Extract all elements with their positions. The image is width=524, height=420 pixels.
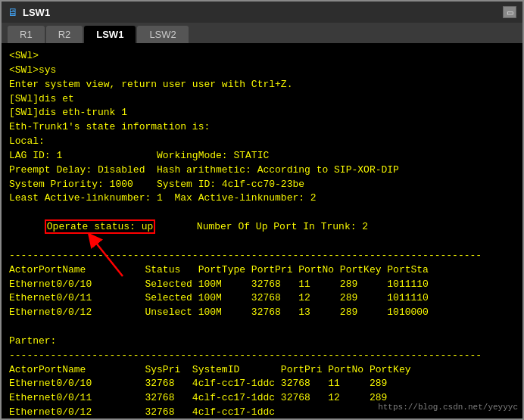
terminal-operate-status-line: Operate status: up Number Of Up Port In …	[9, 206, 515, 249]
tab-lsw1[interactable]: LSW1	[84, 26, 136, 43]
terminal-blank-1	[9, 320, 515, 334]
terminal-dashes-2: ----------------------------------------…	[9, 349, 515, 363]
tab-lsw2[interactable]: LSW2	[137, 26, 188, 43]
terminal-area[interactable]: <SWl> <SWl>sys Enter system view, return…	[2, 43, 522, 418]
terminal-line-11: Least Active-linknumber: 1 Max Active-li…	[9, 191, 515, 206]
main-window: 🖥 LSW1 ▭ R1 R2 LSW1 LSW2 <SWl> <SWl>sys …	[0, 0, 524, 420]
terminal-line-4: [SWl]dis et	[9, 92, 515, 107]
terminal-line-5: [SWl]dis eth-trunk 1	[9, 106, 515, 120]
watermark: https://blog.csdn.net/yeyyyc	[378, 402, 518, 414]
terminal-line-8: LAG ID: 1 WorkingMode: STATIC	[9, 149, 515, 163]
terminal-line-1: <SWl>	[9, 49, 515, 64]
tab-r1[interactable]: R1	[8, 26, 45, 43]
window-title: LSW1	[23, 7, 50, 18]
terminal-eth12-local: Ethernet0/0/12 Unselect 100M 32768 13 28…	[9, 306, 515, 320]
restore-button[interactable]: ▭	[503, 6, 516, 18]
title-bar: 🖥 LSW1 ▭	[2, 2, 522, 23]
terminal-eth11-local: Ethernet0/0/11 Selected 100M 32768 12 28…	[9, 291, 515, 306]
terminal-eth10-partner: Ethernet0/0/10 32768 4clf-cc17-1ddc 3276…	[9, 377, 515, 391]
terminal-eth10-local: Ethernet0/0/10 Selected 100M 32768 11 28…	[9, 278, 515, 292]
terminal-line-6: Eth-Trunk1's state information is:	[9, 120, 515, 135]
operate-status-rest: Number Of Up Port In Trunk: 2	[155, 221, 368, 232]
operate-status-box: Operate status: up	[45, 219, 155, 234]
window-icon: 🖥	[8, 6, 18, 18]
terminal-line-9: Preempt Delay: Disabled Hash arithmetic:…	[9, 163, 515, 178]
tab-bar: R1 R2 LSW1 LSW2	[2, 23, 522, 43]
terminal-partner-label: Partner:	[9, 334, 515, 349]
terminal-dashes-1: ----------------------------------------…	[9, 249, 515, 263]
title-bar-left: 🖥 LSW1	[8, 6, 50, 18]
terminal-line-2: <SWl>sys	[9, 64, 515, 78]
terminal-line-7: Local:	[9, 135, 515, 149]
terminal-line-10: System Priority: 1000 System ID: 4clf-cc…	[9, 178, 515, 192]
terminal-line-3: Enter system view, return user user with…	[9, 78, 515, 92]
terminal-header-local: ActorPortName Status PortType PortPri Po…	[9, 263, 515, 278]
tab-r2[interactable]: R2	[46, 26, 83, 43]
window-controls: ▭	[503, 6, 516, 18]
terminal-header-partner: ActorPortName SysPri SystemID PortPri Po…	[9, 363, 515, 378]
